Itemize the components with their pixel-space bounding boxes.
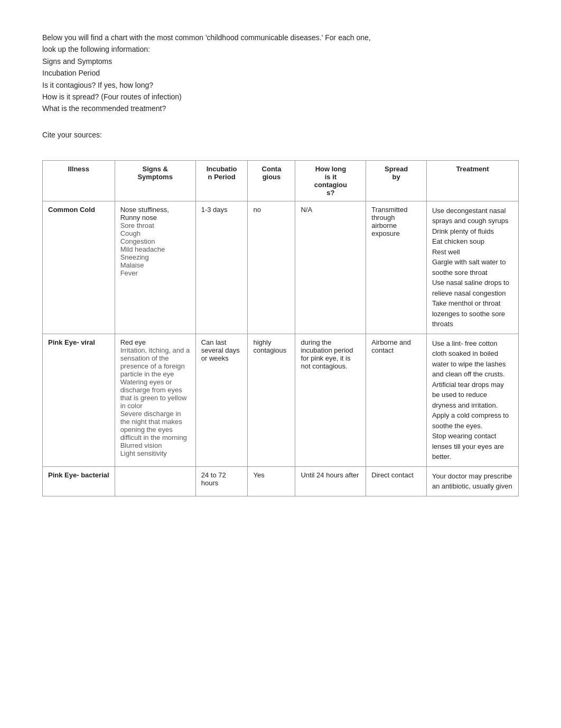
cell-signs: Nose stuffiness, Runny noseSore throatCo… xyxy=(115,201,195,334)
sign-item: Sore throat xyxy=(120,222,190,229)
intro-item: What is the recommended treatment? xyxy=(42,103,519,114)
cell-signs xyxy=(115,466,195,496)
table-row: Pink Eye- bacterial24 to 72 hoursYesUnti… xyxy=(43,466,519,496)
intro-item: Is it contagious? If yes, how long? xyxy=(42,79,519,91)
header-incubation: Incubation Period xyxy=(195,160,248,201)
cell-spreadby: Airborne and contact xyxy=(366,334,427,466)
cell-treatment: Your doctor may prescribe an antibiotic,… xyxy=(426,466,518,496)
cell-treatment: Use decongestant nasal sprays and cough … xyxy=(426,201,518,334)
sign-item: Watering eyes or discharge from eyes tha… xyxy=(120,378,190,410)
sign-item: Mild headache xyxy=(120,245,190,253)
sign-item: Cough xyxy=(120,229,190,237)
intro-section: Below you will find a chart with the mos… xyxy=(42,32,519,115)
cell-illness: Pink Eye- viral xyxy=(43,334,115,466)
cell-illness: Common Cold xyxy=(43,201,115,334)
cell-howlong: N/A xyxy=(295,201,366,334)
sign-item: Sneezing xyxy=(120,253,190,261)
header-treatment: Treatment xyxy=(426,160,518,201)
cell-treatment: Use a lint- free cotton cloth soaked in … xyxy=(426,334,518,466)
cell-illness: Pink Eye- bacterial xyxy=(43,466,115,496)
cell-incubation: Can last several days or weeks xyxy=(195,334,248,466)
intro-item: Incubation Period xyxy=(42,67,519,79)
header-illness: Illness xyxy=(43,160,115,201)
cell-contagious: Yes xyxy=(248,466,295,496)
intro-line1: Below you will find a chart with the mos… xyxy=(42,32,519,43)
header-spreadby: Spreadby xyxy=(366,160,427,201)
sign-item: Red eye xyxy=(120,338,190,346)
cell-incubation: 24 to 72 hours xyxy=(195,466,248,496)
intro-item: How is it spread? (Four routes of infect… xyxy=(42,91,519,103)
sign-item: Congestion xyxy=(120,237,190,245)
cell-signs: Red eyeIrritation, itching, and a sensat… xyxy=(115,334,195,466)
sign-item: Irritation, itching, and a sensation of … xyxy=(120,346,190,378)
cell-spreadby: Transmitted through airborne exposure xyxy=(366,201,427,334)
table-row: Common ColdNose stuffiness, Runny noseSo… xyxy=(43,201,519,334)
cite-text: Cite your sources: xyxy=(42,131,519,139)
diseases-table: Illness Signs &Symptoms Incubation Perio… xyxy=(42,160,519,496)
intro-item: Signs and Symptoms xyxy=(42,56,519,67)
sign-item: Nose stuffiness, Runny nose xyxy=(120,206,190,222)
cell-incubation: 1-3 days xyxy=(195,201,248,334)
cell-howlong: Until 24 hours after xyxy=(295,466,366,496)
cite-section: Cite your sources: xyxy=(42,131,519,139)
header-signs: Signs &Symptoms xyxy=(115,160,195,201)
cell-contagious: no xyxy=(248,201,295,334)
cell-contagious: highly contagious xyxy=(248,334,295,466)
cell-spreadby: Direct contact xyxy=(366,466,427,496)
intro-items: Signs and SymptomsIncubation PeriodIs it… xyxy=(42,56,519,115)
sign-item: Malaise xyxy=(120,261,190,269)
header-howlong: How longis itcontagious? xyxy=(295,160,366,201)
sign-item: Fever xyxy=(120,269,190,277)
intro-line2: look up the following information: xyxy=(42,43,519,55)
sign-item: Severe discharge in the night that makes… xyxy=(120,410,190,441)
sign-item: Light sensitivity xyxy=(120,449,190,457)
cell-howlong: during the incubation period for pink ey… xyxy=(295,334,366,466)
header-contagious: Contagious xyxy=(248,160,295,201)
table-row: Pink Eye- viralRed eyeIrritation, itchin… xyxy=(43,334,519,466)
sign-item: Blurred vision xyxy=(120,441,190,449)
